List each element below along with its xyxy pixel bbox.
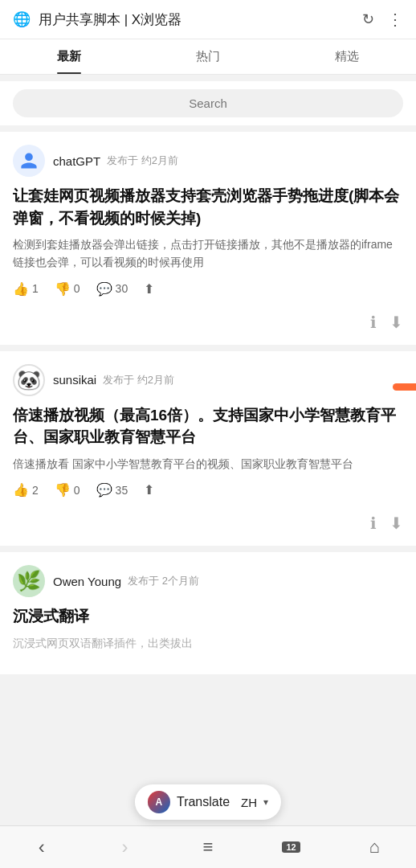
- nav-forward-button[interactable]: ›: [84, 833, 167, 862]
- post-desc-3: 沉浸式网页双语翻译插件，出类拔出: [13, 634, 403, 652]
- author-row-3: 🌿 Owen Young 发布于 2个月前: [13, 565, 403, 597]
- author-time-1: 发布于 约2月前: [107, 154, 178, 168]
- post-card-1: chatGPT 发布于 约2月前 让套娃网页视频播放器支持套壳浏览器手势拖进度(…: [0, 132, 416, 345]
- translate-label[interactable]: Translate: [177, 795, 230, 809]
- search-bar: [0, 81, 416, 125]
- comment-button-1[interactable]: 💬 30: [96, 281, 128, 297]
- download-icon-2[interactable]: ⬇: [389, 514, 403, 533]
- comment-count-2: 35: [116, 484, 128, 497]
- dislike-button-1[interactable]: 👎 0: [55, 281, 80, 297]
- like-button-1[interactable]: 👍 1: [13, 281, 39, 297]
- like-count-1: 1: [32, 282, 39, 295]
- like-button-2[interactable]: 👍 2: [13, 482, 39, 497]
- nav-menu-button[interactable]: ≡: [166, 833, 250, 861]
- home-icon: ⌂: [369, 837, 380, 858]
- forward-icon: ›: [121, 836, 128, 858]
- nav-back-button[interactable]: ‹: [0, 833, 84, 862]
- comment-count-1: 30: [116, 282, 128, 295]
- avatar-2: 🐼: [13, 364, 45, 396]
- author-info-2: sunsikai 发布于 约2月前: [53, 373, 174, 387]
- page-title: 用户共享脚本 | X浏览器: [39, 10, 354, 29]
- dislike-count-2: 0: [74, 484, 80, 497]
- dislike-icon-1: 👎: [55, 281, 71, 297]
- globe-icon: 🌐: [13, 10, 31, 28]
- bug-badge-2: 虫: [393, 383, 416, 391]
- author-time-2: 发布于 约2月前: [103, 373, 174, 387]
- more-icon[interactable]: ⋮: [387, 10, 403, 29]
- tab-featured[interactable]: 精选: [277, 39, 416, 74]
- back-icon: ‹: [39, 836, 45, 858]
- author-row-1: chatGPT 发布于 约2月前: [13, 145, 403, 177]
- translate-logo-text: A: [156, 796, 163, 808]
- dislike-icon-2: 👎: [55, 482, 71, 497]
- nav-bar: ‹ › ≡ 12 ⌂: [0, 825, 416, 868]
- translate-lang[interactable]: ZH: [241, 796, 257, 809]
- info-icon-2[interactable]: ℹ: [370, 514, 377, 533]
- post-title-3[interactable]: 沉浸式翻译: [13, 605, 403, 628]
- tab-bar: 最新 热门 精选: [0, 39, 416, 75]
- author-info-3: Owen Young 发布于 2个月前: [53, 574, 199, 588]
- author-name-2: sunsikai: [53, 373, 96, 387]
- post-card-3: 🌿 Owen Young 发布于 2个月前 沉浸式翻译 沉浸式网页双语翻译插件，…: [0, 552, 416, 674]
- actions-row-2: 👍 2 👎 0 💬 35 ⬆: [13, 482, 403, 497]
- card-bottom-icons-1: ℹ ⬇: [13, 306, 403, 332]
- card-bottom-icons-2: ℹ ⬇: [13, 507, 403, 533]
- author-row-2: 🐼 sunsikai 发布于 约2月前: [13, 364, 403, 396]
- translate-logo: A: [148, 791, 170, 813]
- refresh-icon[interactable]: ↻: [362, 10, 374, 28]
- nav-home-button[interactable]: ⌂: [332, 833, 416, 861]
- author-name-1: chatGPT: [53, 154, 100, 168]
- share-icon-2: ⬆: [144, 482, 154, 497]
- tabs-count-badge: 12: [282, 841, 300, 853]
- dislike-count-1: 0: [74, 282, 80, 295]
- post-title-2[interactable]: 倍速播放视频（最高16倍）。支持国家中小学智慧教育平台、国家职业教育智慧平台: [13, 404, 403, 448]
- actions-row-1: 👍 1 👎 0 💬 30 ⬆: [13, 281, 403, 297]
- author-info-1: chatGPT 发布于 约2月前: [53, 154, 178, 168]
- download-icon-1[interactable]: ⬇: [389, 313, 403, 332]
- comment-button-2[interactable]: 💬 35: [96, 482, 128, 497]
- like-count-2: 2: [32, 484, 39, 497]
- avatar-3: 🌿: [13, 565, 45, 597]
- info-icon-1[interactable]: ℹ: [370, 313, 377, 332]
- translate-bar[interactable]: A Translate ZH ▾: [135, 784, 281, 820]
- search-input[interactable]: [13, 89, 403, 117]
- share-button-2[interactable]: ⬆: [144, 482, 154, 497]
- comment-icon-2: 💬: [96, 482, 112, 497]
- chevron-down-icon[interactable]: ▾: [263, 796, 268, 808]
- like-icon-1: 👍: [13, 281, 29, 297]
- post-card-2: 虫 🐼 sunsikai 发布于 约2月前 倍速播放视频（最高16倍）。支持国家…: [0, 351, 416, 546]
- comment-icon-1: 💬: [96, 281, 112, 297]
- post-desc-1: 检测到套娃播放器会弹出链接，点击打开链接播放，其他不是播放器的iframe链接也…: [13, 235, 403, 272]
- nav-tabs-button[interactable]: 12: [250, 838, 333, 856]
- title-bar: 🌐 用户共享脚本 | X浏览器 ↻ ⋮: [0, 0, 416, 39]
- share-icon-1: ⬆: [144, 281, 154, 297]
- dislike-button-2[interactable]: 👎 0: [55, 482, 80, 497]
- post-title-1[interactable]: 让套娃网页视频播放器支持套壳浏览器手势拖进度(脚本会弹窗，不看视频的时候关掉): [13, 185, 403, 229]
- post-desc-2: 倍速播放看 国家中小学智慧教育平台的视频、国家职业教育智慧平台: [13, 455, 403, 473]
- like-icon-2: 👍: [13, 482, 29, 497]
- menu-icon: ≡: [203, 837, 214, 858]
- tab-latest[interactable]: 最新: [0, 39, 139, 74]
- author-time-3: 发布于 2个月前: [128, 574, 199, 588]
- author-name-3: Owen Young: [53, 575, 121, 588]
- avatar-1: [13, 145, 45, 177]
- tab-hot[interactable]: 热门: [139, 39, 278, 74]
- share-button-1[interactable]: ⬆: [144, 281, 154, 297]
